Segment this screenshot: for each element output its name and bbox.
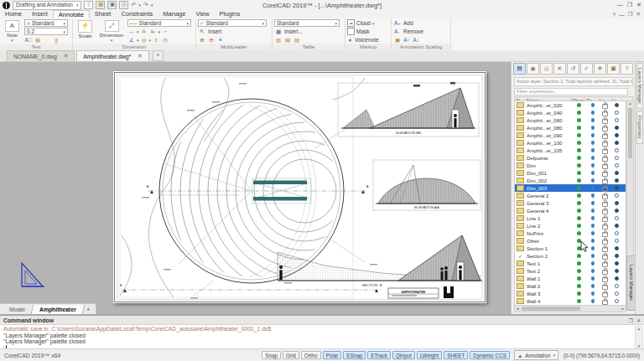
layer-frozen-cell[interactable] [586, 141, 599, 145]
layer-lock-cell[interactable] [599, 222, 611, 229]
frozen-drop-icon[interactable] [591, 111, 595, 115]
angular-dimension-icon[interactable]: ∠ [127, 36, 136, 44]
line-color-icon[interactable] [615, 254, 619, 258]
close-tab-icon[interactable]: ✕ [138, 53, 142, 59]
hscroll-thumb[interactable] [522, 307, 580, 311]
lock-icon[interactable] [602, 119, 608, 124]
table-export-icon[interactable]: ▥ [274, 36, 283, 44]
line-color-icon[interactable] [615, 216, 619, 220]
frozen-drop-icon[interactable] [591, 239, 595, 243]
doc-restore-button[interactable]: ❐ [628, 11, 633, 18]
frozen-drop-icon[interactable] [591, 141, 595, 145]
layer-lock-cell[interactable] [599, 116, 611, 124]
lock-icon[interactable] [602, 240, 608, 245]
layer-show-cell[interactable] [571, 163, 586, 168]
frozen-drop-icon[interactable] [591, 156, 595, 160]
show-layer-dot-icon[interactable] [577, 224, 581, 228]
menu-tab-home[interactable]: Home [0, 10, 27, 18]
sheet-tab-amphitheater[interactable]: Amphitheater [31, 305, 85, 314]
undo-dropdown-icon[interactable]: ▾ [138, 3, 141, 8]
toggle-sheet[interactable]: SHEET [444, 351, 468, 359]
ordinate-dimension-icon[interactable]: ⌐ [161, 28, 169, 35]
multileader-style-dropdown[interactable]: r°Standard▾ [198, 19, 267, 27]
line-color-icon[interactable] [615, 231, 619, 235]
annotation-scale-dropdown[interactable]: ▲ Annotation ▾ [514, 350, 558, 360]
frozen-drop-icon[interactable] [591, 118, 595, 122]
doc-close-button[interactable]: ✕ [636, 11, 641, 18]
layer-row-wall-4[interactable]: Wall 4 [515, 297, 626, 305]
layer-frozen-cell[interactable] [586, 148, 599, 152]
layer-show-cell[interactable] [571, 284, 586, 288]
layer-linecolor-cell[interactable] [611, 148, 622, 152]
layer-lock-cell[interactable] [599, 132, 611, 139]
frozen-drop-icon[interactable] [591, 261, 595, 266]
layer-show-cell[interactable] [571, 186, 586, 190]
workspace-dropdown[interactable]: Drafting and Annotation ▾ [13, 1, 81, 10]
layer-linecolor-cell[interactable] [611, 246, 622, 250]
layer-row-line-1[interactable]: Line 1 [515, 214, 626, 222]
lock-icon[interactable] [602, 126, 608, 132]
layer-frozen-cell[interactable] [586, 224, 599, 228]
toggle-etrack[interactable]: ETrack [367, 351, 391, 359]
layer-show-cell[interactable] [571, 156, 586, 160]
lock-icon[interactable] [602, 217, 608, 222]
show-layer-dot-icon[interactable] [577, 269, 581, 273]
layer-linecolor-cell[interactable] [611, 103, 622, 107]
menu-tab-insert[interactable]: Insert [27, 10, 53, 18]
layer-frozen-cell[interactable] [586, 291, 599, 296]
show-layer-dot-icon[interactable] [577, 163, 581, 168]
layer-lock-cell[interactable] [599, 214, 611, 222]
line-color-icon[interactable] [615, 299, 619, 303]
layer-frozen-cell[interactable] [586, 118, 599, 122]
lock-icon[interactable] [602, 149, 608, 154]
layer-frozen-cell[interactable] [586, 126, 599, 130]
document-tab-0[interactable]: NONAME_0.dwg✕ [7, 50, 75, 61]
show-layer-dot-icon[interactable] [577, 156, 581, 160]
center-mark-icon[interactable]: ◷ [161, 36, 169, 44]
toggle-grid[interactable]: Grid [283, 351, 299, 359]
tab-properties[interactable]: Properties [636, 111, 643, 143]
frozen-drop-icon[interactable] [591, 209, 595, 213]
table-style-dropdown[interactable]: Standard▾ [274, 19, 340, 27]
layer-show-cell[interactable] [571, 261, 586, 266]
baseline-dimension-icon[interactable]: ≞ [140, 28, 148, 35]
show-layer-dot-icon[interactable] [577, 276, 581, 281]
frozen-drop-icon[interactable] [591, 254, 595, 258]
layer-row-amphit-er-020[interactable]: Amphit...er_020 [515, 101, 626, 109]
layer-row-amphit-er-060[interactable]: Amphit...er_060 [515, 116, 626, 124]
text-height-dropdown[interactable]: 0.2▾ [24, 28, 68, 35]
lock-icon[interactable] [602, 202, 608, 207]
layer-show-cell[interactable] [571, 141, 586, 145]
help-icon[interactable]: ? [613, 12, 616, 18]
layer-lock-cell[interactable] [599, 192, 611, 199]
lock-icon[interactable] [602, 209, 608, 214]
lock-icon[interactable] [602, 232, 608, 237]
show-layer-dot-icon[interactable] [577, 254, 581, 258]
cmd-scroll-up-icon[interactable]: ▲ [637, 327, 641, 331]
layer-show-cell[interactable] [571, 299, 586, 303]
scroll-right-icon[interactable]: ► [621, 307, 625, 311]
dimension-button[interactable]: ⤢ Dimension▾ [97, 19, 126, 43]
show-layer-dot-icon[interactable] [577, 201, 581, 205]
scale-window-icon[interactable]: ▣ [393, 36, 402, 44]
layer-row-amphit-er-090[interactable]: Amphit...er_090 [515, 132, 626, 139]
layer-linecolor-cell[interactable] [611, 284, 622, 288]
lock-icon[interactable] [602, 224, 608, 229]
layer-show-cell[interactable] [571, 133, 586, 137]
layer-row-wall-2[interactable]: Wall 2 [515, 282, 626, 290]
layer-row-dim[interactable]: Dim [515, 162, 626, 169]
layer-frozen-cell[interactable] [586, 276, 599, 281]
lock-icon[interactable] [602, 277, 608, 282]
linear-dimension-icon[interactable]: ↔ [127, 28, 136, 35]
undo-icon[interactable]: ↶ [131, 2, 136, 8]
show-layer-dot-icon[interactable] [577, 178, 581, 183]
lock-icon[interactable] [602, 255, 608, 260]
layer-linecolor-cell[interactable] [611, 156, 622, 160]
new-layer-icon[interactable]: ▤ [513, 63, 526, 75]
smart-dimension-button[interactable]: ⚡ Smart [75, 19, 96, 43]
spell-check-icon[interactable]: a̲ [52, 36, 60, 44]
layer-linecolor-cell[interactable] [611, 163, 622, 168]
show-layer-dot-icon[interactable] [577, 126, 581, 130]
text-columns-icon[interactable]: ▤ [34, 36, 42, 44]
frozen-drop-icon[interactable] [591, 276, 595, 281]
